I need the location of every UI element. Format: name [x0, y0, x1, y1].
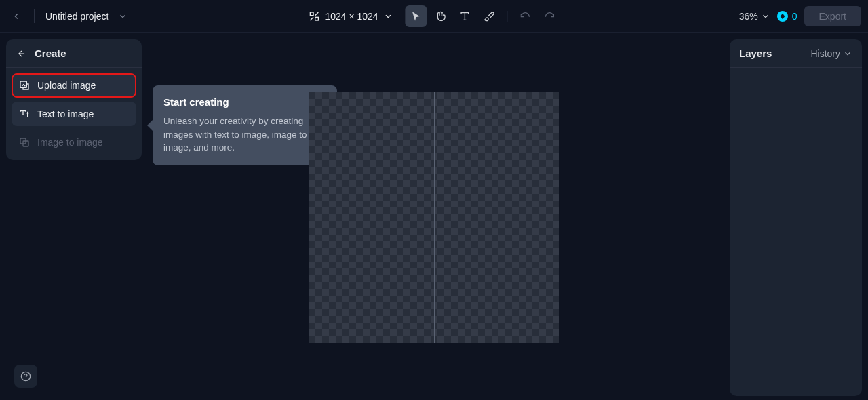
zoom-value: 36% [739, 11, 758, 22]
layers-panel-header: Layers History [730, 39, 862, 68]
topbar-left: Untitled project [7, 7, 130, 26]
resize-icon [309, 11, 319, 22]
hand-icon [435, 11, 446, 22]
redo-button[interactable] [539, 5, 561, 27]
divider [507, 11, 508, 22]
cursor-icon [411, 11, 422, 22]
history-label: History [810, 48, 840, 59]
undo-icon [520, 11, 531, 22]
chevron-down-icon [384, 12, 393, 21]
upload-image-icon [19, 80, 30, 91]
canvas-size-text: 1024 × 1024 [325, 11, 378, 22]
create-options: Upload image Text to image Image to imag… [6, 68, 142, 160]
chevron-down-icon [761, 12, 770, 21]
credits-icon [777, 11, 788, 22]
help-button[interactable] [14, 365, 37, 388]
divider [34, 9, 35, 23]
back-button[interactable] [7, 7, 26, 26]
project-dropdown[interactable] [115, 9, 130, 24]
brush-icon [484, 11, 495, 22]
svg-rect-0 [310, 12, 313, 16]
help-icon [20, 371, 31, 382]
brush-tool[interactable] [479, 5, 500, 27]
export-button[interactable]: Export [804, 6, 861, 26]
text-to-image-label: Text to image [37, 108, 94, 119]
redo-icon [545, 11, 555, 22]
create-title: Create [35, 47, 66, 59]
project-title[interactable]: Untitled project [43, 11, 111, 22]
chevron-down-icon [118, 12, 127, 21]
text-to-image-icon [19, 108, 30, 119]
tooltip-title: Start creating [163, 96, 326, 108]
image-to-image-label: Image to image [37, 137, 103, 148]
svg-rect-1 [315, 17, 319, 20]
create-panel: Create Upload image Text to image Image … [6, 39, 142, 160]
image-to-image-button: Image to image [12, 130, 136, 155]
topbar-right: 36% 0 Export [739, 6, 861, 26]
top-bar: Untitled project 1024 × 1024 [0, 0, 868, 33]
chevron-left-icon [12, 12, 21, 21]
history-dropdown[interactable]: History [810, 48, 852, 59]
canvas[interactable] [309, 92, 559, 343]
create-panel-header: Create [6, 39, 142, 68]
canvas-center-guide [434, 92, 435, 343]
zoom-control[interactable]: 36% [739, 11, 770, 22]
select-tool[interactable] [406, 5, 427, 27]
layers-title: Layers [739, 47, 772, 59]
text-to-image-button[interactable]: Text to image [12, 102, 136, 126]
main-workspace: Create Upload image Text to image Image … [0, 33, 868, 400]
text-tool[interactable] [454, 5, 476, 27]
tool-group [406, 5, 561, 27]
credits-value: 0 [792, 11, 797, 22]
pan-tool[interactable] [430, 5, 452, 27]
upload-image-label: Upload image [37, 80, 96, 91]
layers-panel: Layers History [730, 39, 862, 396]
back-arrow-icon[interactable] [16, 49, 28, 58]
upload-image-button[interactable]: Upload image [12, 73, 136, 98]
credits-display[interactable]: 0 [777, 11, 797, 22]
image-to-image-icon [19, 137, 30, 148]
undo-button[interactable] [515, 5, 536, 27]
svg-marker-4 [780, 13, 785, 18]
chevron-down-icon [843, 49, 852, 58]
canvas-size-button[interactable]: 1024 × 1024 [307, 8, 394, 24]
topbar-center: 1024 × 1024 [307, 5, 560, 27]
tooltip-body: Unleash your creativity by creating imag… [163, 115, 326, 155]
text-icon [460, 11, 471, 22]
